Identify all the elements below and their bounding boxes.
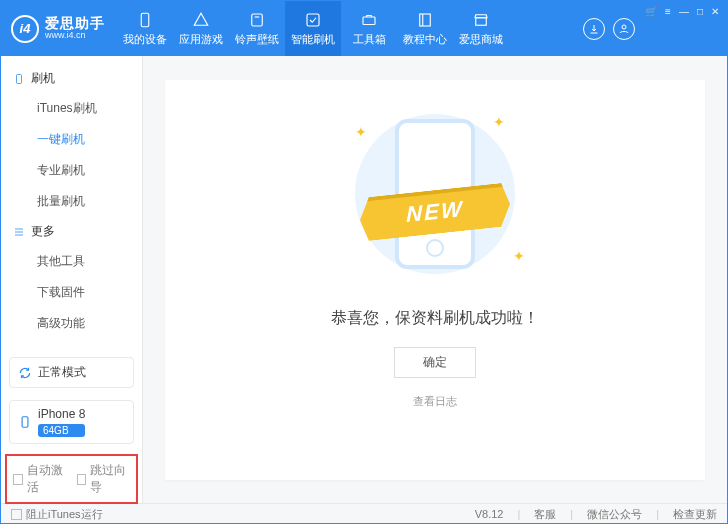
logo-title: 爱思助手: [45, 16, 105, 31]
svg-rect-3: [363, 17, 375, 25]
nav-store[interactable]: 爱思商城: [453, 1, 509, 56]
nav-label: 智能刷机: [291, 32, 335, 47]
sidebar-group-more[interactable]: 更多: [1, 217, 142, 246]
apps-icon: [192, 11, 210, 29]
nav-apps[interactable]: 应用游戏: [173, 1, 229, 56]
logo-subtitle: www.i4.cn: [45, 31, 105, 41]
app-logo: i4 爱思助手 www.i4.cn: [11, 1, 117, 56]
ok-button[interactable]: 确定: [394, 347, 476, 378]
logo-icon: i4: [11, 15, 39, 43]
checkbox-label: 自动激活: [27, 462, 67, 496]
list-icon: [13, 226, 25, 238]
nav-label: 我的设备: [123, 32, 167, 47]
checkbox-label: 跳过向导: [90, 462, 130, 496]
device-icon: [18, 415, 32, 429]
sidebar-item[interactable]: 一键刷机: [1, 124, 142, 155]
svg-rect-0: [141, 13, 149, 27]
nav-toolbox[interactable]: 工具箱: [341, 1, 397, 56]
footer-link-support[interactable]: 客服: [534, 507, 556, 522]
phone-icon: [13, 73, 25, 85]
book-icon: [416, 11, 434, 29]
sidebar-item[interactable]: 高级功能: [1, 308, 142, 339]
download-button[interactable]: [583, 18, 605, 40]
nav-label: 爱思商城: [459, 32, 503, 47]
user-button[interactable]: [613, 18, 635, 40]
close-button[interactable]: ✕: [711, 6, 719, 17]
flash-icon: [304, 11, 322, 29]
svg-rect-5: [476, 17, 487, 25]
highlighted-options: 自动激活 跳过向导: [5, 454, 138, 504]
view-log-link[interactable]: 查看日志: [413, 394, 457, 409]
refresh-icon: [18, 366, 32, 380]
nav-book[interactable]: 教程中心: [397, 1, 453, 56]
minimize-button[interactable]: —: [679, 6, 689, 17]
menu-icon[interactable]: ≡: [665, 6, 671, 17]
svg-rect-7: [17, 74, 22, 83]
nav-label: 工具箱: [353, 32, 386, 47]
device-indicator[interactable]: iPhone 8 64GB: [9, 400, 134, 444]
storage-badge: 64GB: [38, 424, 85, 437]
success-illustration: NEW ✦✦✦: [335, 104, 535, 284]
footer-link-wechat[interactable]: 微信公众号: [587, 507, 642, 522]
svg-rect-1: [252, 14, 263, 26]
auto-activate-checkbox[interactable]: 自动激活: [13, 462, 67, 496]
store-icon: [472, 11, 490, 29]
svg-rect-4: [420, 14, 431, 26]
nav-phone[interactable]: 我的设备: [117, 1, 173, 56]
svg-point-6: [622, 25, 626, 29]
skip-guide-checkbox[interactable]: 跳过向导: [77, 462, 131, 496]
cart-icon[interactable]: 🛒: [645, 6, 657, 17]
result-card: NEW ✦✦✦ 恭喜您，保资料刷机成功啦！ 确定 查看日志: [165, 80, 705, 480]
sidebar-item[interactable]: 批量刷机: [1, 186, 142, 217]
nav-music[interactable]: 铃声壁纸: [229, 1, 285, 56]
mode-indicator[interactable]: 正常模式: [9, 357, 134, 388]
footer-link-update[interactable]: 检查更新: [673, 507, 717, 522]
checkbox-label: 阻止iTunes运行: [26, 507, 103, 522]
nav-label: 教程中心: [403, 32, 447, 47]
sidebar-item[interactable]: 其他工具: [1, 246, 142, 277]
block-itunes-checkbox[interactable]: 阻止iTunes运行: [11, 507, 103, 522]
mode-label: 正常模式: [38, 364, 86, 381]
sidebar-group-label: 刷机: [31, 70, 55, 87]
sidebar-group-flash[interactable]: 刷机: [1, 64, 142, 93]
maximize-button[interactable]: □: [697, 6, 703, 17]
toolbox-icon: [360, 11, 378, 29]
version-label: V8.12: [475, 508, 504, 520]
nav-flash[interactable]: 智能刷机: [285, 1, 341, 56]
phone-icon: [136, 11, 154, 29]
sidebar-item[interactable]: 专业刷机: [1, 155, 142, 186]
sidebar-group-label: 更多: [31, 223, 55, 240]
sidebar-item[interactable]: 下载固件: [1, 277, 142, 308]
music-icon: [248, 11, 266, 29]
sidebar-item[interactable]: iTunes刷机: [1, 93, 142, 124]
nav-label: 应用游戏: [179, 32, 223, 47]
success-message: 恭喜您，保资料刷机成功啦！: [331, 308, 539, 329]
device-name: iPhone 8: [38, 407, 85, 421]
nav-label: 铃声壁纸: [235, 32, 279, 47]
svg-rect-8: [22, 417, 28, 428]
svg-rect-2: [307, 14, 319, 26]
